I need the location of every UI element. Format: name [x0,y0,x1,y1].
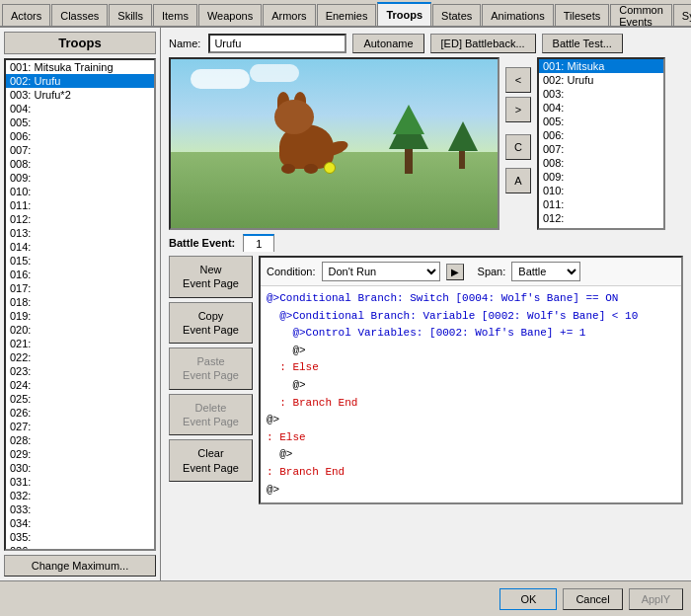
apply-button[interactable]: ApplY [629,588,683,610]
troop-list-item[interactable]: 006: [6,129,154,143]
troop-list-item[interactable]: 024: [6,378,154,392]
member-list-item[interactable]: 004: [539,101,663,115]
bottom-bar: OK Cancel ApplY [0,580,691,616]
troop-list-item[interactable]: 029: [6,447,154,461]
troop-list-item[interactable]: 018: [6,295,154,309]
tab-states[interactable]: States [432,4,481,26]
tab-common-events[interactable]: Common Events [610,4,672,26]
troop-list-item[interactable]: 009: [6,171,154,185]
tab-items[interactable]: Items [153,4,197,26]
member-list-item[interactable]: 010: [539,184,663,197]
troop-list-item[interactable]: 020: [6,323,154,337]
troop-list-item[interactable]: 026: [6,406,154,420]
troop-list-item[interactable]: 019: [6,309,154,323]
tab-classes[interactable]: Classes [51,4,108,26]
event-script-line: @>Control Variables: [0002: Wolf's Bane]… [267,325,675,343]
tab-enemies[interactable]: Enemies [317,4,377,26]
new-event-page-button[interactable]: NewEvent Page [169,256,253,298]
troop-list-item[interactable]: 014: [6,240,154,254]
c-button[interactable]: C [505,134,531,160]
troop-list-item[interactable]: 030: [6,461,154,475]
troop-list-item[interactable]: 008: [6,157,154,171]
cancel-button[interactable]: Cancel [563,588,622,610]
troop-list-item[interactable]: 036: [6,544,154,551]
condition-arrow[interactable]: ▶ [446,264,464,280]
troop-list-item[interactable]: 021: [6,337,154,350]
preview-cloud2 [250,64,299,82]
a-button[interactable]: A [505,168,531,193]
delete-event-page-button[interactable]: DeleteEvent Page [169,394,253,436]
troop-list-item[interactable]: 007: [6,143,154,157]
right-panel: Name: Autoname [ED] Battleback... Battle… [161,28,691,580]
monster-paw1 [281,164,295,174]
tab-animations[interactable]: Animations [482,4,553,26]
name-input[interactable] [208,34,346,53]
troop-list-item[interactable]: 017: [6,281,154,295]
troop-list-item[interactable]: 032: [6,489,154,502]
troop-list-item[interactable]: 003: Urufu*2 [6,88,154,102]
event-script-line: @>Conditional Branch: Switch [0004: Wolf… [267,290,675,308]
tree-right [389,95,428,174]
panel-title: Troops [4,32,156,54]
member-list-item[interactable]: 006: [539,128,663,142]
member-list-item[interactable]: 005: [539,115,663,128]
troop-list-item[interactable]: 025: [6,392,154,406]
condition-select[interactable]: Don't Run [322,262,440,281]
tab-weapons[interactable]: Weapons [198,4,262,26]
tab-system[interactable]: System [673,4,691,26]
troop-list-item[interactable]: 028: [6,433,154,447]
troop-list-item[interactable]: 034: [6,516,154,530]
troop-list-item[interactable]: 011: [6,198,154,212]
tab-tilesets[interactable]: Tilesets [555,4,610,26]
troop-list-item[interactable]: 012: [6,212,154,226]
member-list-item[interactable]: 011: [539,197,663,211]
event-controls: NewEvent Page CopyEvent Page PasteEvent … [169,256,683,504]
troop-list-item[interactable]: 031: [6,475,154,489]
span-select[interactable]: Battle [511,262,580,281]
troop-list-item[interactable]: 005: [6,116,154,129]
member-listbox[interactable]: 001: Mitsuka002: Urufu003:004:005:006:00… [537,57,665,230]
member-list-item[interactable]: 002: Urufu [539,73,663,87]
troop-list-item[interactable]: 002: Urufu [6,74,154,88]
troop-list-item[interactable]: 015: [6,254,154,268]
battle-test-button[interactable]: Battle Test... [542,34,623,53]
paste-event-page-button[interactable]: PasteEvent Page [169,347,253,390]
left-panel: Troops 001: Mitsuka Training002: Urufu00… [0,28,161,580]
event-tab-1[interactable]: 1 [243,234,274,252]
battleback-button[interactable]: [ED] Battleback... [430,34,536,53]
event-script-line: @> [267,482,675,500]
arrow-right-button[interactable]: > [505,97,531,122]
troop-list-item[interactable]: 033: [6,502,154,516]
member-list-item[interactable]: 001: Mitsuka [539,59,663,73]
event-script-line: : Branch End [267,464,675,482]
arrow-buttons: < > C A [505,57,531,230]
member-list-item[interactable]: 008: [539,156,663,170]
member-list-item[interactable]: 003: [539,87,663,101]
copy-event-page-button[interactable]: CopyEvent Page [169,302,253,345]
troop-list-item[interactable]: 004: [6,102,154,116]
troop-list-item[interactable]: 001: Mitsuka Training [6,60,154,74]
event-script-line: @> [267,343,675,360]
troop-list-item[interactable]: 010: [6,185,154,198]
troop-list-item[interactable]: 023: [6,364,154,378]
autoname-button[interactable]: Autoname [352,34,423,53]
event-script[interactable]: @>Conditional Branch: Switch [0004: Wolf… [261,286,681,502]
tab-armors[interactable]: Armors [263,4,315,26]
change-max-button[interactable]: Change Maximum... [4,555,156,577]
member-list-item[interactable]: 012: [539,211,663,225]
tab-actors[interactable]: Actors [2,4,50,26]
troop-list-item[interactable]: 013: [6,226,154,240]
member-list-item[interactable]: 009: [539,170,663,184]
troops-listbox[interactable]: 001: Mitsuka Training002: Urufu003: Uruf… [4,58,156,551]
tab-troops[interactable]: Troops [377,2,431,26]
troop-list-item[interactable]: 035: [6,530,154,544]
ok-button[interactable]: OK [499,588,557,610]
arrow-left-button[interactable]: < [505,67,531,93]
tab-skills[interactable]: Skills [109,4,152,26]
clear-event-page-button[interactable]: ClearEvent Page [169,439,253,482]
member-list-item[interactable]: 013: [539,225,663,230]
troop-list-item[interactable]: 027: [6,420,154,433]
troop-list-item[interactable]: 022: [6,350,154,364]
troop-list-item[interactable]: 016: [6,268,154,281]
member-list-item[interactable]: 007: [539,142,663,156]
